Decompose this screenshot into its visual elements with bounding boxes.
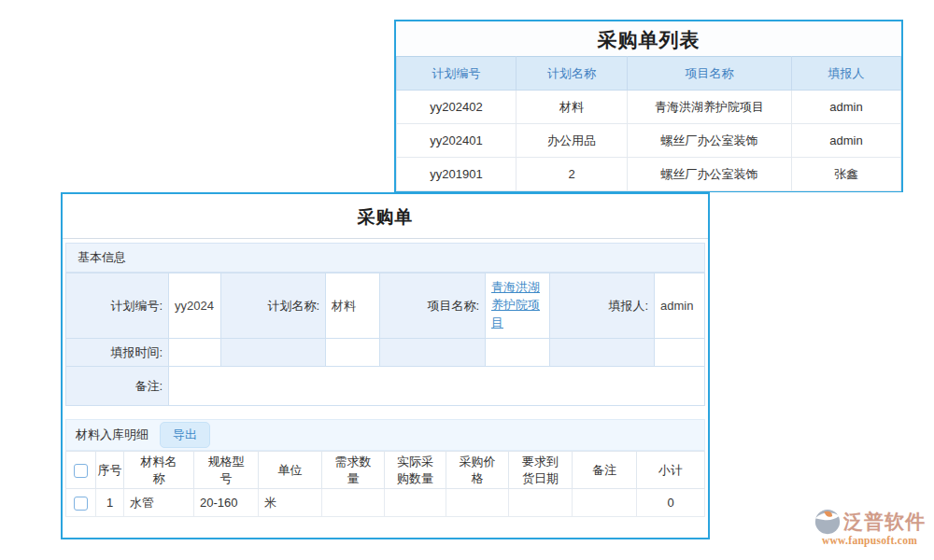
column-header-seq: 序号 <box>96 452 124 489</box>
column-header-actual-qty: 实际采购数量 <box>385 452 446 489</box>
cell-demand-qty <box>322 489 385 517</box>
cell-reporter: 张鑫 <box>792 158 901 191</box>
column-header-plan-name: 计划名称 <box>517 57 628 91</box>
reporter-label: 填报人: <box>550 273 655 339</box>
cell-seq: 1 <box>96 489 124 517</box>
form-body: 基本信息 计划编号: yy2024 计划名称: 材料 项目名称: 青海洪湖养护院… <box>63 239 708 517</box>
fanpu-logo: 泛普软件 www.fanpusoft.com <box>807 508 932 546</box>
column-header-demand-qty: 需求数量 <box>322 452 385 489</box>
row-select-cell <box>66 489 96 517</box>
empty-label-cell <box>221 339 326 367</box>
fanpu-brand-text: 泛普软件 <box>843 509 926 535</box>
plan-no-label: 计划编号: <box>66 273 169 339</box>
select-all-checkbox[interactable] <box>74 464 88 478</box>
column-header-plan-no: 计划编号 <box>397 57 517 91</box>
cell-project: 青海洪湖养护院项目 <box>628 91 792 124</box>
cell-plan-name: 办公用品 <box>517 124 628 158</box>
list-row[interactable]: yy202401 办公用品 螺丝厂办公室装饰 admin <box>397 124 901 158</box>
column-header-unit: 单位 <box>259 452 322 489</box>
cell-plan-no: yy202402 <box>397 91 517 124</box>
basic-info-grid: 计划编号: yy2024 计划名称: 材料 项目名称: 青海洪湖养护院项目 填报… <box>65 273 705 406</box>
reporter-value: admin <box>655 273 705 339</box>
cell-project: 螺丝厂办公室装饰 <box>628 124 792 158</box>
column-header-material: 材料名称 <box>124 452 194 489</box>
cell-material: 水管 <box>124 489 194 517</box>
purchase-order-list-table: 计划编号 计划名称 项目名称 填报人 yy202402 材料 青海洪湖养护院项目… <box>396 56 901 191</box>
basic-info-section-header: 基本信息 <box>65 243 705 273</box>
column-header-remark: 备注 <box>573 452 637 489</box>
fanpu-logo-icon <box>814 508 842 536</box>
cell-price <box>446 489 509 517</box>
empty-label-cell <box>550 339 655 367</box>
cell-plan-name: 2 <box>517 158 628 191</box>
list-row[interactable]: yy202402 材料 青海洪湖养护院项目 admin <box>397 91 901 124</box>
section-gap <box>65 406 705 419</box>
cell-plan-no: yy201901 <box>397 158 517 191</box>
empty-label-cell <box>380 339 486 367</box>
material-detail-section-title: 材料入库明细 <box>76 427 149 443</box>
cell-unit: 米 <box>259 489 322 517</box>
cell-actual-qty <box>385 489 446 517</box>
empty-value-cell <box>486 339 550 367</box>
list-row[interactable]: yy201901 2 螺丝厂办公室装饰 张鑫 <box>397 158 901 191</box>
column-header-subtotal: 小计 <box>637 452 705 489</box>
plan-name-label: 计划名称: <box>221 273 326 339</box>
cell-reporter: admin <box>792 91 901 124</box>
report-time-label: 填报时间: <box>66 339 169 367</box>
cell-reporter: admin <box>792 124 901 158</box>
cell-spec: 20-160 <box>194 489 259 517</box>
form-row-report-time: 填报时间: <box>66 339 705 367</box>
fanpu-url-text: www.fanpusoft.com <box>807 535 932 546</box>
list-panel-title: 采购单列表 <box>396 21 901 56</box>
fanpu-logo-row: 泛普软件 <box>807 508 932 536</box>
cell-subtotal: 0 <box>637 489 705 517</box>
purchase-order-list-panel: 采购单列表 计划编号 计划名称 项目名称 填报人 yy202402 材料 青海洪… <box>394 20 903 192</box>
project-link[interactable]: 青海洪湖养护院项目 <box>491 279 543 332</box>
report-time-value <box>169 339 221 367</box>
empty-value-cell <box>326 339 380 367</box>
empty-value-cell <box>655 339 705 367</box>
column-header-arrival-date: 要求到货日期 <box>509 452 573 489</box>
detail-header-row: 序号 材料名称 规格型号 单位 需求数量 实际采购数量 采购价格 要求到货日期 … <box>66 452 705 489</box>
remark-value <box>169 367 705 406</box>
cell-arrival-date <box>509 489 573 517</box>
cell-project: 螺丝厂办公室装饰 <box>628 158 792 191</box>
form-panel-title: 采购单 <box>63 194 708 239</box>
project-value-cell: 青海洪湖养护院项目 <box>486 273 550 339</box>
export-button[interactable]: 导出 <box>160 422 210 448</box>
form-row-main: 计划编号: yy2024 计划名称: 材料 项目名称: 青海洪湖养护院项目 填报… <box>66 273 705 339</box>
project-label: 项目名称: <box>380 273 486 339</box>
column-header-project: 项目名称 <box>628 57 792 91</box>
cell-plan-name: 材料 <box>517 91 628 124</box>
row-checkbox[interactable] <box>74 497 88 511</box>
cell-remark <box>573 489 637 517</box>
select-all-cell <box>66 452 96 489</box>
material-detail-section-header: 材料入库明细 导出 <box>65 419 705 451</box>
form-row-remark: 备注: <box>66 367 705 406</box>
column-header-price: 采购价格 <box>446 452 509 489</box>
material-detail-table: 序号 材料名称 规格型号 单位 需求数量 实际采购数量 采购价格 要求到货日期 … <box>65 451 705 517</box>
plan-no-value: yy2024 <box>169 273 221 339</box>
cell-plan-no: yy202401 <box>397 124 517 158</box>
detail-row[interactable]: 1 水管 20-160 米 0 <box>66 489 705 517</box>
list-header-row: 计划编号 计划名称 项目名称 填报人 <box>397 57 901 91</box>
column-header-reporter: 填报人 <box>792 57 901 91</box>
remark-label: 备注: <box>66 367 169 406</box>
column-header-spec: 规格型号 <box>194 452 259 489</box>
purchase-order-form-panel: 采购单 基本信息 计划编号: yy2024 计划名称: 材料 项目名称: 青海洪… <box>61 192 710 539</box>
plan-name-value: 材料 <box>326 273 380 339</box>
